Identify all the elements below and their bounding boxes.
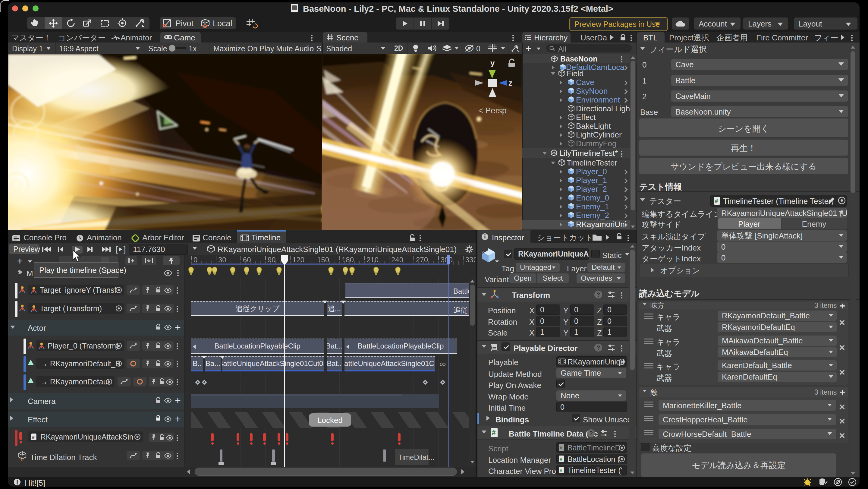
svg-text:[: [	[116, 245, 118, 254]
svg-text:< Persp: < Persp	[478, 106, 507, 115]
svg-text:#: #	[715, 198, 718, 204]
svg-text:]: ]	[124, 245, 126, 254]
svg-text:!: !	[809, 482, 810, 486]
svg-text:#: #	[560, 467, 562, 473]
svg-text:#: #	[32, 434, 35, 439]
svg-text:#: #	[560, 456, 562, 462]
svg-text:y: y	[490, 59, 495, 67]
svg-text:{}: {}	[21, 456, 24, 461]
svg-text:z: z	[508, 79, 513, 87]
svg-text:#: #	[492, 429, 496, 436]
svg-text:#: #	[560, 445, 562, 450]
